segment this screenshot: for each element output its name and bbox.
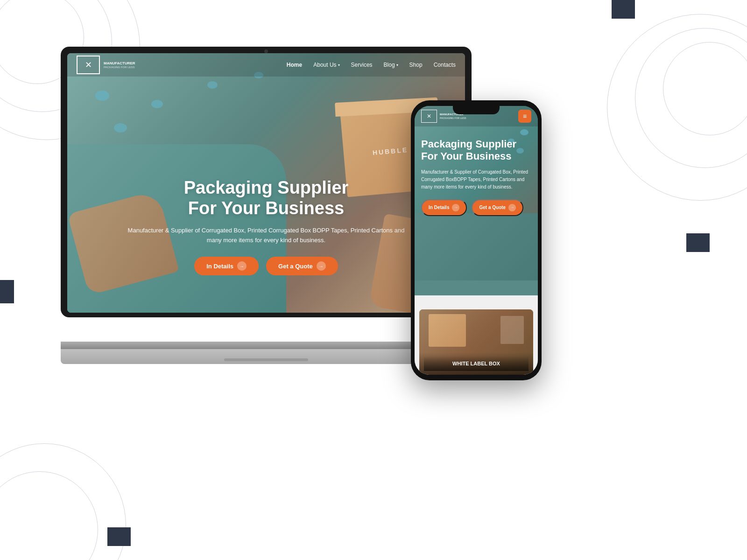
nav-services[interactable]: Services bbox=[351, 62, 373, 68]
phone-get-quote-button[interactable]: Get a Quote → bbox=[472, 199, 523, 216]
phone-hero-subtitle: Manufacturer & Supplier of Corrugated Bo… bbox=[421, 168, 531, 191]
hero-content: Packaging Supplier For Your Business Man… bbox=[67, 178, 465, 275]
wax-seal-3 bbox=[207, 81, 218, 89]
phone-hero-title: Packaging Supplier For Your Business bbox=[421, 138, 531, 163]
wax-seal-1 bbox=[95, 91, 109, 101]
hero-title-line1: Packaging Supplier bbox=[184, 178, 349, 197]
in-details-button[interactable]: In Details → bbox=[194, 257, 259, 275]
nav-contacts[interactable]: Contacts bbox=[434, 62, 456, 68]
logo-box: ✕ bbox=[77, 56, 100, 74]
nav-blog[interactable]: Blog ▾ bbox=[384, 62, 398, 68]
phone-get-quote-label: Get a Quote bbox=[479, 205, 506, 210]
hero-title: Packaging Supplier For Your Business bbox=[86, 178, 446, 218]
nav-shop[interactable]: Shop bbox=[409, 62, 423, 68]
nav-links: Home About Us ▾ Services Blog ▾ Shop Con… bbox=[287, 62, 456, 68]
phone-logo-box: ✕ bbox=[421, 110, 437, 123]
phone-hero-buttons: In Details → Get a Quote → bbox=[421, 199, 531, 216]
phone-card-label: WHITE LABEL BOX bbox=[424, 356, 529, 371]
get-quote-label: Get a Quote bbox=[278, 263, 313, 270]
phone-in-details-button[interactable]: In Details → bbox=[421, 199, 467, 216]
laptop-hinge-bar bbox=[61, 342, 472, 349]
phone-notch bbox=[453, 104, 500, 114]
box-brand-text: HUBBLE bbox=[372, 146, 408, 157]
hero-buttons: In Details → Get a Quote → bbox=[86, 257, 446, 275]
phone-card-box-side bbox=[500, 316, 524, 344]
phone-brand-tagline: PACKAGING FOR LESS bbox=[440, 117, 466, 120]
wax-seal-4 bbox=[114, 123, 127, 133]
phone-logo-icon: ✕ bbox=[427, 113, 431, 119]
logo-icon: ✕ bbox=[85, 60, 92, 70]
laptop-screen: HUBBLE ✕ MANUFACTURER PACKAGING FOR LESS bbox=[67, 53, 465, 313]
nav-home[interactable]: Home bbox=[287, 62, 302, 68]
hero-title-line2: For Your Business bbox=[188, 198, 344, 218]
phone-get-quote-arrow: → bbox=[508, 204, 516, 211]
site-nav: ✕ MANUFACTURER PACKAGING FOR LESS Home A… bbox=[67, 53, 465, 77]
nav-about-chevron: ▾ bbox=[338, 63, 340, 67]
in-details-arrow-icon: → bbox=[237, 261, 247, 271]
wax-seal-2 bbox=[151, 100, 163, 108]
get-quote-arrow-icon: → bbox=[317, 261, 326, 271]
nav-blog-chevron: ▾ bbox=[396, 63, 398, 67]
laptop-camera bbox=[264, 49, 268, 53]
phone-product-card: WHITE LABEL BOX bbox=[419, 309, 533, 375]
site-logo: ✕ MANUFACTURER PACKAGING FOR LESS bbox=[77, 56, 135, 74]
in-details-label: In Details bbox=[206, 263, 233, 270]
logo-tagline: PACKAGING FOR LESS bbox=[104, 66, 135, 69]
phone-hero-content: Packaging Supplier For Your Business Man… bbox=[415, 132, 538, 223]
laptop-base bbox=[61, 349, 472, 364]
laptop-bezel: HUBBLE ✕ MANUFACTURER PACKAGING FOR LESS bbox=[61, 47, 472, 317]
get-quote-button[interactable]: Get a Quote → bbox=[266, 257, 338, 275]
hamburger-icon: ≡ bbox=[523, 112, 527, 120]
phone-screen: ✕ MANUFACTURER PACKAGING FOR LESS ≡ Pack… bbox=[415, 106, 538, 375]
phone-title-line1: Packaging Supplier bbox=[421, 138, 516, 150]
hero-subtitle: Manufacturer & Supplier of Corrugated Bo… bbox=[126, 226, 406, 245]
phone-menu-button[interactable]: ≡ bbox=[518, 110, 531, 123]
phone-device: ✕ MANUFACTURER PACKAGING FOR LESS ≡ Pack… bbox=[411, 100, 542, 380]
phone-card-box bbox=[429, 314, 466, 347]
phone-teal-area bbox=[415, 213, 538, 280]
nav-about[interactable]: About Us ▾ bbox=[313, 62, 339, 68]
laptop-trackpad-hint bbox=[224, 358, 308, 361]
phone-title-line2: For Your Business bbox=[421, 150, 512, 162]
phone-in-details-label: In Details bbox=[429, 205, 449, 210]
logo-name: MANUFACTURER bbox=[104, 61, 135, 66]
phone-in-details-arrow: → bbox=[452, 204, 459, 211]
